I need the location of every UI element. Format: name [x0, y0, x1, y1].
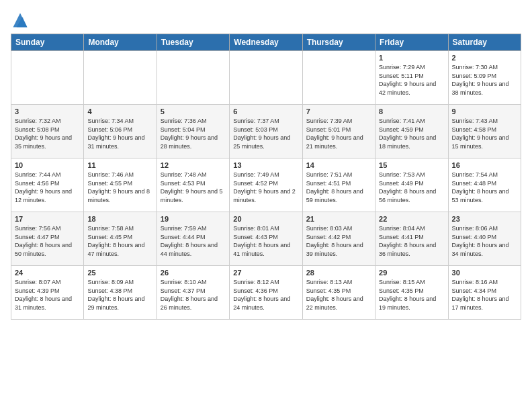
calendar-cell-3-5: 22Sunrise: 8:04 AM Sunset: 4:41 PM Dayli… — [375, 212, 448, 266]
day-number: 16 — [452, 161, 517, 169]
logo — [11, 11, 32, 30]
week-row-4: 24Sunrise: 8:07 AM Sunset: 4:39 PM Dayli… — [11, 266, 521, 320]
day-number: 13 — [233, 161, 298, 169]
day-info: Sunrise: 7:49 AM Sunset: 4:52 PM Dayligh… — [233, 171, 298, 204]
weekday-header-friday: Friday — [375, 34, 448, 51]
day-number: 6 — [233, 107, 298, 116]
calendar-cell-1-5: 8Sunrise: 7:41 AM Sunset: 4:59 PM Daylig… — [375, 105, 448, 158]
day-info: Sunrise: 7:53 AM Sunset: 4:49 PM Dayligh… — [379, 171, 444, 204]
calendar-cell-4-5: 29Sunrise: 8:15 AM Sunset: 4:35 PM Dayli… — [375, 266, 448, 320]
calendar-table: SundayMondayTuesdayWednesdayThursdayFrid… — [11, 34, 521, 320]
week-row-2: 10Sunrise: 7:44 AM Sunset: 4:56 PM Dayli… — [11, 158, 521, 212]
calendar-cell-4-1: 25Sunrise: 8:09 AM Sunset: 4:38 PM Dayli… — [84, 266, 157, 320]
weekday-header-monday: Monday — [84, 34, 157, 51]
weekday-header-saturday: Saturday — [448, 34, 521, 51]
calendar-cell-3-0: 17Sunrise: 7:56 AM Sunset: 4:47 PM Dayli… — [11, 212, 84, 266]
calendar-cell-2-4: 14Sunrise: 7:51 AM Sunset: 4:51 PM Dayli… — [302, 158, 375, 212]
weekday-header-thursday: Thursday — [302, 34, 375, 51]
logo-icon — [11, 11, 30, 30]
day-info: Sunrise: 7:37 AM Sunset: 5:03 PM Dayligh… — [233, 117, 298, 150]
calendar-cell-4-2: 26Sunrise: 8:10 AM Sunset: 4:37 PM Dayli… — [157, 266, 229, 320]
calendar-cell-0-4 — [302, 51, 375, 105]
day-number: 24 — [15, 269, 80, 277]
day-number: 15 — [379, 161, 444, 169]
day-number: 28 — [306, 269, 371, 277]
day-info: Sunrise: 7:29 AM Sunset: 5:11 PM Dayligh… — [379, 63, 444, 97]
calendar-cell-3-1: 18Sunrise: 7:58 AM Sunset: 4:45 PM Dayli… — [84, 212, 157, 266]
day-number: 19 — [161, 215, 226, 223]
day-info: Sunrise: 8:01 AM Sunset: 4:43 PM Dayligh… — [233, 224, 298, 258]
calendar-cell-1-4: 7Sunrise: 7:39 AM Sunset: 5:01 PM Daylig… — [302, 105, 375, 158]
day-info: Sunrise: 8:16 AM Sunset: 4:34 PM Dayligh… — [452, 278, 517, 312]
day-info: Sunrise: 7:36 AM Sunset: 5:04 PM Dayligh… — [161, 117, 226, 150]
day-info: Sunrise: 7:44 AM Sunset: 4:56 PM Dayligh… — [15, 171, 80, 204]
day-info: Sunrise: 8:15 AM Sunset: 4:35 PM Dayligh… — [379, 278, 444, 312]
day-info: Sunrise: 7:56 AM Sunset: 4:47 PM Dayligh… — [15, 224, 80, 258]
calendar-cell-0-0 — [11, 51, 84, 105]
day-number: 22 — [379, 215, 444, 223]
day-info: Sunrise: 7:51 AM Sunset: 4:51 PM Dayligh… — [306, 171, 371, 204]
calendar-cell-3-3: 20Sunrise: 8:01 AM Sunset: 4:43 PM Dayli… — [230, 212, 302, 266]
calendar-cell-3-2: 19Sunrise: 7:59 AM Sunset: 4:44 PM Dayli… — [157, 212, 229, 266]
day-number: 10 — [15, 161, 80, 169]
week-row-1: 3Sunrise: 7:32 AM Sunset: 5:08 PM Daylig… — [11, 105, 521, 158]
calendar-cell-1-6: 9Sunrise: 7:43 AM Sunset: 4:58 PM Daylig… — [448, 105, 521, 158]
day-number: 4 — [87, 107, 152, 116]
day-info: Sunrise: 7:46 AM Sunset: 4:55 PM Dayligh… — [87, 171, 152, 204]
day-info: Sunrise: 8:12 AM Sunset: 4:36 PM Dayligh… — [233, 278, 298, 312]
day-number: 17 — [15, 215, 80, 223]
day-number: 12 — [161, 161, 226, 169]
header — [11, 11, 521, 30]
weekday-header-sunday: Sunday — [11, 34, 84, 51]
day-number: 21 — [306, 215, 371, 223]
calendar-cell-4-4: 28Sunrise: 8:13 AM Sunset: 4:35 PM Dayli… — [302, 266, 375, 320]
weekday-header-wednesday: Wednesday — [230, 34, 302, 51]
day-info: Sunrise: 7:41 AM Sunset: 4:59 PM Dayligh… — [379, 117, 444, 150]
week-row-0: 1Sunrise: 7:29 AM Sunset: 5:11 PM Daylig… — [11, 51, 521, 105]
day-info: Sunrise: 7:32 AM Sunset: 5:08 PM Dayligh… — [15, 117, 80, 150]
day-info: Sunrise: 8:06 AM Sunset: 4:40 PM Dayligh… — [452, 224, 517, 258]
calendar-cell-4-6: 30Sunrise: 8:16 AM Sunset: 4:34 PM Dayli… — [448, 266, 521, 320]
calendar-cell-1-3: 6Sunrise: 7:37 AM Sunset: 5:03 PM Daylig… — [230, 105, 302, 158]
day-number: 7 — [306, 107, 371, 116]
calendar-cell-0-6: 2Sunrise: 7:30 AM Sunset: 5:09 PM Daylig… — [448, 51, 521, 105]
day-number: 14 — [306, 161, 371, 169]
calendar-cell-4-0: 24Sunrise: 8:07 AM Sunset: 4:39 PM Dayli… — [11, 266, 84, 320]
day-info: Sunrise: 7:39 AM Sunset: 5:01 PM Dayligh… — [306, 117, 371, 150]
weekday-header-row: SundayMondayTuesdayWednesdayThursdayFrid… — [11, 34, 521, 51]
day-info: Sunrise: 8:07 AM Sunset: 4:39 PM Dayligh… — [15, 278, 80, 312]
calendar-cell-4-3: 27Sunrise: 8:12 AM Sunset: 4:36 PM Dayli… — [230, 266, 302, 320]
day-info: Sunrise: 8:10 AM Sunset: 4:37 PM Dayligh… — [161, 278, 226, 312]
week-row-3: 17Sunrise: 7:56 AM Sunset: 4:47 PM Dayli… — [11, 212, 521, 266]
day-info: Sunrise: 8:09 AM Sunset: 4:38 PM Dayligh… — [87, 278, 152, 312]
calendar-cell-1-2: 5Sunrise: 7:36 AM Sunset: 5:04 PM Daylig… — [157, 105, 229, 158]
day-number: 9 — [452, 107, 517, 116]
day-number: 8 — [379, 107, 444, 116]
day-number: 26 — [161, 269, 226, 277]
calendar-cell-1-1: 4Sunrise: 7:34 AM Sunset: 5:06 PM Daylig… — [84, 105, 157, 158]
calendar-cell-3-6: 23Sunrise: 8:06 AM Sunset: 4:40 PM Dayli… — [448, 212, 521, 266]
day-number: 18 — [87, 215, 152, 223]
calendar-cell-2-6: 16Sunrise: 7:54 AM Sunset: 4:48 PM Dayli… — [448, 158, 521, 212]
page: SundayMondayTuesdayWednesdayThursdayFrid… — [0, 0, 532, 325]
day-info: Sunrise: 8:04 AM Sunset: 4:41 PM Dayligh… — [379, 224, 444, 258]
day-info: Sunrise: 7:34 AM Sunset: 5:06 PM Dayligh… — [87, 117, 152, 150]
calendar-cell-0-3 — [230, 51, 302, 105]
calendar-cell-2-0: 10Sunrise: 7:44 AM Sunset: 4:56 PM Dayli… — [11, 158, 84, 212]
calendar-cell-0-5: 1Sunrise: 7:29 AM Sunset: 5:11 PM Daylig… — [375, 51, 448, 105]
calendar-cell-0-1 — [84, 51, 157, 105]
day-number: 29 — [379, 269, 444, 277]
day-number: 1 — [379, 54, 444, 62]
day-number: 2 — [452, 54, 517, 62]
day-number: 11 — [87, 161, 152, 169]
calendar-cell-0-2 — [157, 51, 229, 105]
calendar-cell-3-4: 21Sunrise: 8:03 AM Sunset: 4:42 PM Dayli… — [302, 212, 375, 266]
day-info: Sunrise: 7:59 AM Sunset: 4:44 PM Dayligh… — [161, 224, 226, 258]
calendar-cell-2-1: 11Sunrise: 7:46 AM Sunset: 4:55 PM Dayli… — [84, 158, 157, 212]
day-info: Sunrise: 7:48 AM Sunset: 4:53 PM Dayligh… — [161, 171, 226, 204]
day-info: Sunrise: 7:43 AM Sunset: 4:58 PM Dayligh… — [452, 117, 517, 150]
day-number: 20 — [233, 215, 298, 223]
calendar-cell-2-3: 13Sunrise: 7:49 AM Sunset: 4:52 PM Dayli… — [230, 158, 302, 212]
day-info: Sunrise: 7:30 AM Sunset: 5:09 PM Dayligh… — [452, 63, 517, 97]
day-info: Sunrise: 7:58 AM Sunset: 4:45 PM Dayligh… — [87, 224, 152, 258]
